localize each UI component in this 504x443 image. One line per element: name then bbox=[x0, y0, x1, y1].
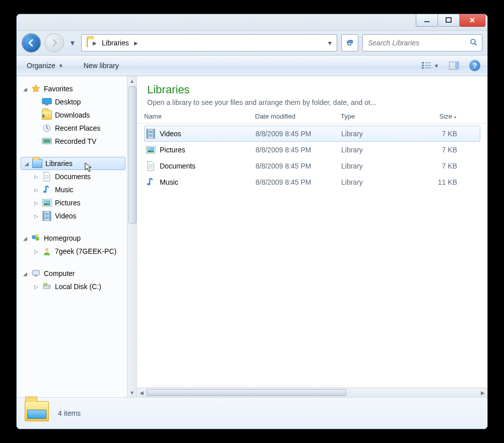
list-item[interactable]: Documents8/8/2009 8:45 PMLibrary7 KB bbox=[144, 158, 480, 174]
item-size: 7 KB bbox=[402, 130, 457, 138]
nav-libraries-item[interactable]: ▷Videos bbox=[20, 209, 137, 223]
chevron-right-icon[interactable]: ▶ bbox=[132, 40, 140, 46]
col-header-size[interactable]: Size▴ bbox=[401, 113, 457, 120]
item-type: Library bbox=[341, 162, 402, 170]
list-item[interactable]: Videos8/8/2009 8:45 PMLibrary7 KB bbox=[144, 126, 480, 142]
minimize-button[interactable] bbox=[416, 14, 438, 27]
preview-pane-icon bbox=[449, 62, 459, 70]
navigation-pane: ▲ ▼ ◢ Favorites DesktopDownloadsRecent P… bbox=[17, 76, 137, 397]
col-header-name[interactable]: Name bbox=[144, 113, 255, 120]
nav-computer-item[interactable]: ▷ Local Disk (C:) bbox=[20, 280, 137, 293]
sort-asc-icon: ▴ bbox=[454, 114, 457, 119]
svg-rect-3 bbox=[422, 62, 424, 64]
view-options-button[interactable]: ▼ bbox=[422, 62, 439, 70]
nav-item-label: Desktop bbox=[55, 98, 81, 106]
navpane-scrollbar[interactable]: ▲ ▼ bbox=[127, 76, 137, 397]
help-button[interactable]: ? bbox=[469, 60, 480, 71]
scroll-left-button[interactable]: ◀ bbox=[137, 388, 146, 397]
search-input[interactable] bbox=[367, 38, 467, 47]
col-header-date[interactable]: Date modified bbox=[255, 113, 341, 120]
new-library-button[interactable]: New library bbox=[81, 60, 122, 72]
history-dropdown[interactable]: ▼ bbox=[68, 37, 77, 49]
item-type: Library bbox=[341, 130, 402, 138]
nav-item-label: Downloads bbox=[55, 111, 90, 119]
address-segment-libraries[interactable]: Libraries bbox=[99, 35, 132, 51]
homegroup-icon bbox=[31, 233, 41, 243]
nav-libraries[interactable]: ◢ Libraries bbox=[21, 157, 125, 170]
star-icon bbox=[31, 84, 41, 94]
computer-icon bbox=[31, 268, 41, 279]
search-box[interactable] bbox=[362, 34, 482, 51]
address-root[interactable] bbox=[84, 35, 91, 51]
page-subtitle: Open a library to see your files and arr… bbox=[147, 98, 477, 106]
svg-point-33 bbox=[48, 287, 49, 288]
nav-computer[interactable]: ◢ Computer bbox=[20, 267, 137, 280]
organize-button[interactable]: Organize ▼ bbox=[24, 60, 67, 72]
svg-rect-35 bbox=[147, 129, 148, 138]
scroll-right-button[interactable]: ▶ bbox=[478, 388, 487, 397]
caret-down-icon: ◢ bbox=[23, 271, 28, 276]
content-pane: Libraries Open a library to see your fil… bbox=[137, 76, 487, 397]
close-button[interactable] bbox=[460, 14, 485, 27]
nav-favorites-item[interactable]: Downloads bbox=[20, 108, 137, 122]
nav-homegroup[interactable]: ◢ Homegroup bbox=[20, 232, 137, 245]
libraries-icon bbox=[32, 158, 42, 169]
address-dropdown[interactable]: ▾ bbox=[325, 39, 335, 47]
preview-pane-button[interactable] bbox=[449, 62, 459, 70]
music-icon bbox=[145, 176, 157, 188]
scroll-up-button[interactable]: ▲ bbox=[128, 76, 137, 85]
nav-favorites[interactable]: ◢ Favorites bbox=[20, 82, 137, 95]
recent-icon bbox=[42, 123, 52, 133]
chevron-right-icon[interactable]: ▶ bbox=[91, 40, 99, 46]
content-hscrollbar[interactable]: ◀ ▶ bbox=[137, 387, 487, 397]
item-name: Music bbox=[160, 178, 178, 186]
refresh-button[interactable] bbox=[341, 34, 358, 51]
scroll-down-button[interactable]: ▼ bbox=[128, 388, 137, 397]
caret-right-icon: ▷ bbox=[34, 249, 39, 254]
search-icon[interactable] bbox=[470, 38, 478, 48]
chevron-down-icon: ▼ bbox=[58, 63, 64, 69]
nav-item-label: Documents bbox=[55, 173, 91, 181]
doc-icon bbox=[145, 160, 157, 172]
hscroll-thumb[interactable] bbox=[146, 389, 346, 396]
svg-point-42 bbox=[147, 183, 150, 185]
nav-item-label: Pictures bbox=[55, 199, 81, 207]
new-library-label: New library bbox=[84, 62, 119, 70]
list-item[interactable]: Pictures8/8/2009 8:45 PMLibrary7 KB bbox=[144, 142, 480, 158]
list-item[interactable]: Music8/8/2009 8:45 PMLibrary11 KB bbox=[144, 174, 480, 190]
page-title: Libraries bbox=[147, 83, 477, 96]
forward-button[interactable] bbox=[45, 33, 64, 52]
svg-point-19 bbox=[45, 202, 46, 203]
nav-libraries-item[interactable]: ▷Music bbox=[20, 183, 137, 196]
back-button[interactable] bbox=[22, 33, 41, 52]
item-name: Pictures bbox=[160, 146, 185, 154]
nav-libraries-label: Libraries bbox=[45, 159, 73, 168]
nav-homegroup-item[interactable]: ▷ 7geek (7GEEK-PC) bbox=[20, 245, 137, 258]
item-size: 11 KB bbox=[402, 178, 457, 186]
svg-rect-12 bbox=[45, 104, 48, 105]
svg-point-27 bbox=[35, 234, 38, 237]
scroll-thumb[interactable] bbox=[129, 86, 137, 224]
nav-libraries-item[interactable]: ▷Documents bbox=[20, 170, 137, 183]
maximize-button[interactable] bbox=[438, 14, 460, 27]
item-date: 8/8/2009 8:45 PM bbox=[256, 178, 341, 186]
nav-favorites-item[interactable]: Desktop bbox=[20, 95, 137, 108]
details-pane: 4 items bbox=[17, 397, 487, 429]
svg-point-28 bbox=[45, 248, 48, 251]
svg-rect-5 bbox=[422, 65, 424, 66]
doc-icon bbox=[42, 172, 52, 182]
svg-rect-29 bbox=[32, 270, 39, 275]
nav-favorites-item[interactable]: Recorded TV bbox=[20, 135, 137, 148]
nav-item-label: Recorded TV bbox=[55, 137, 96, 145]
col-header-type[interactable]: Type bbox=[341, 113, 401, 120]
vid-icon bbox=[42, 211, 52, 221]
nav-libraries-item[interactable]: ▷Pictures bbox=[20, 196, 137, 209]
nav-computer-label: Computer bbox=[44, 269, 75, 278]
item-size: 7 KB bbox=[402, 162, 457, 170]
address-bar[interactable]: ▶ Libraries ▶ ▾ bbox=[81, 34, 337, 51]
nav-favorites-item[interactable]: Recent Places bbox=[20, 122, 137, 135]
svg-rect-22 bbox=[49, 211, 51, 220]
svg-rect-7 bbox=[422, 67, 424, 69]
music-icon bbox=[42, 185, 52, 195]
nav-item-label: Recent Places bbox=[55, 124, 100, 132]
